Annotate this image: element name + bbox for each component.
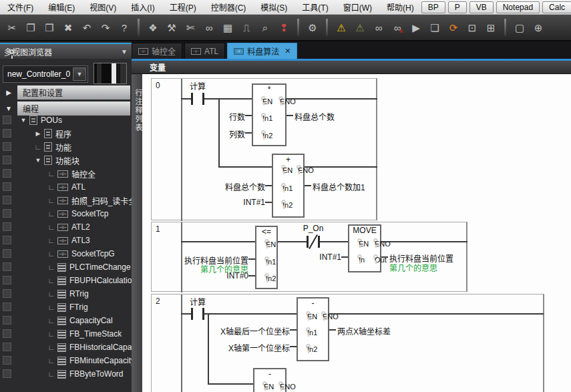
operand-in2[interactable]: 列数 xyxy=(188,128,245,140)
offline-monitor-button[interactable]: ⊞ xyxy=(482,18,500,37)
tree-item-功能[interactable]: ∟功能 xyxy=(0,140,132,154)
sub-block[interactable]: - EN ENO In1 In2 xyxy=(297,297,329,361)
tree-item-FBUPHCalculation[interactable]: ∟FBUPHCalculation xyxy=(0,274,132,287)
wire xyxy=(305,166,377,168)
monitor-watch-button[interactable]: ∞ xyxy=(200,18,218,37)
cmp-block[interactable]: <= EN In1 In2 xyxy=(255,226,278,289)
operand-in2[interactable]: INT#1 xyxy=(188,198,265,207)
watch-table-button[interactable]: ▦ xyxy=(218,18,237,37)
sync-button[interactable]: ⟳ xyxy=(444,18,463,37)
operand-in2[interactable]: INT#0 xyxy=(168,271,248,280)
chevron-down-icon[interactable]: ▼ xyxy=(33,157,43,164)
menu-item-8[interactable]: 窗口(W) xyxy=(336,1,379,13)
error-list-button[interactable]: ❢ xyxy=(274,18,293,37)
tree-item-SocketTcpG[interactable]: ∟⊣⊢SocketTcpG xyxy=(0,247,132,260)
tree-item-POUs[interactable]: ▼POUs xyxy=(0,114,132,127)
controller-dropdown-arrow-icon[interactable]: ▼ xyxy=(73,67,86,81)
rebuild-button[interactable]: ✄ xyxy=(181,18,200,37)
redo-button[interactable]: ↷ xyxy=(96,18,115,37)
tree-item-FB_TimeStack[interactable]: ∟FB_TimeStack xyxy=(0,327,132,341)
tree-item-程序[interactable]: ▶程序 xyxy=(0,127,132,140)
online-monitor-button[interactable]: ⊡ xyxy=(463,18,482,37)
tree-item-CapacityCal[interactable]: ∟CapacityCal xyxy=(0,314,132,327)
menu-item-9[interactable]: 帮助(H) xyxy=(379,1,421,13)
chevron-right-icon[interactable]: ▶ xyxy=(0,89,17,96)
quick-button-vb[interactable]: VB xyxy=(469,1,494,13)
chevron-down-icon[interactable]: ▼ xyxy=(0,105,17,112)
menu-item-2[interactable]: 视图(V) xyxy=(82,1,124,13)
operand-in1[interactable]: 料盘总个数 xyxy=(188,181,265,192)
help-button[interactable]: ? xyxy=(115,18,134,37)
search-button[interactable]: ⌕ xyxy=(256,18,274,37)
move-block[interactable]: MOVE EN ENO In Out xyxy=(348,224,381,272)
cut-button[interactable]: ✂ xyxy=(3,18,21,37)
menu-item-5[interactable]: 控制器(C) xyxy=(204,1,254,13)
paste-button[interactable]: ❒ xyxy=(40,18,59,37)
tree-item-PLCTimeChange[interactable]: ∟PLCTimeChange xyxy=(0,260,132,274)
tab-ATL[interactable]: ⊣⊢ATL xyxy=(184,43,225,59)
zoom-in-button[interactable]: ⊕ xyxy=(529,18,548,37)
sub2-block[interactable]: - EN ENO xyxy=(253,368,287,392)
operand-in2[interactable]: X轴第一个位坐标 xyxy=(193,342,290,353)
tree-item-FBMinuteCapacity[interactable]: ∟FBMinuteCapacity xyxy=(0,354,132,367)
quick-button-notepad[interactable]: Notepad xyxy=(496,1,540,13)
undo-button[interactable]: ↶ xyxy=(77,18,96,37)
controller-select[interactable]: new_Controller_0 ▼ xyxy=(3,65,88,83)
menu-item-3[interactable]: 插入(I) xyxy=(124,1,162,13)
tree-item-ATL[interactable]: ∟⊣⊢ATL xyxy=(0,180,132,194)
tree-item-ATL2[interactable]: ∟⊣⊢ATL2 xyxy=(0,220,132,234)
row-comment-strip[interactable]: 行注释列表 xyxy=(132,74,142,392)
ladder-canvas[interactable]: 0 计算 * EN ENO In1 In2 行数 列数 料盘总个数 xyxy=(142,74,571,392)
pin-icon[interactable] xyxy=(9,49,14,54)
step-button[interactable]: ❏ xyxy=(425,18,444,37)
io-map-button[interactable]: ⎍ xyxy=(237,18,256,37)
quick-button-calc[interactable]: Calc xyxy=(542,1,571,13)
tree-item-拍照_扫码_读卡全[interactable]: ∟⊣⊢拍照_扫码_读卡全 xyxy=(0,194,132,207)
chevron-down-icon[interactable]: ▼ xyxy=(19,117,28,124)
tree-item-轴控全[interactable]: ∟⊣⊢轴控全 xyxy=(0,167,132,180)
variable-manager-button[interactable]: ⚙ xyxy=(303,18,322,37)
close-icon[interactable]: ✕ xyxy=(284,47,291,55)
tree-item-FBHistoricalCapacity[interactable]: ∟FBHistoricalCapacity xyxy=(0,341,132,354)
quick-button-p[interactable]: P xyxy=(448,1,467,13)
tab-轴控全[interactable]: ⊣⊢轴控全 xyxy=(132,43,182,59)
tree-item-FBByteToWord[interactable]: ∟FBByteToWord xyxy=(0,367,132,381)
copy-button[interactable]: ❐ xyxy=(21,18,40,37)
project-window-button[interactable]: ❖ xyxy=(144,18,162,37)
tree-item-FTrig[interactable]: ∟FTrig xyxy=(0,301,132,314)
warning-button[interactable]: ⚠ xyxy=(332,18,351,37)
section-configuration[interactable]: ▶ 配置和设置 xyxy=(0,85,132,100)
build-button[interactable]: ⚒ xyxy=(162,18,181,37)
no-contact[interactable] xyxy=(191,308,204,320)
chevron-down-icon[interactable]: ▼ xyxy=(121,48,128,55)
operand-in[interactable]: INT#1 xyxy=(288,252,341,262)
nc-contact[interactable] xyxy=(307,236,320,248)
monitor-glasses-button[interactable]: ∞ xyxy=(369,18,388,37)
tree-item-ATL3[interactable]: ∟⊣⊢ATL3 xyxy=(0,234,132,247)
run-button[interactable]: ▶ xyxy=(407,18,425,37)
chevron-right-icon[interactable]: ▶ xyxy=(33,130,43,137)
add-block[interactable]: + EN ENO In1 In2 xyxy=(272,154,305,218)
operand-in1[interactable]: 行数 xyxy=(188,111,245,122)
operand-out[interactable]: 料盘总个数 xyxy=(295,111,335,122)
variables-bar[interactable]: 变量 xyxy=(132,61,571,74)
tab-料盘算法[interactable]: ⊣⊢料盘算法✕ xyxy=(227,43,297,59)
operand-out[interactable]: 两点X轴坐标差 xyxy=(337,325,391,337)
fit-view-button[interactable]: ▢ xyxy=(510,18,529,37)
quick-button-bp[interactable]: BP xyxy=(421,1,445,13)
mul-block[interactable]: * EN ENO In1 In2 xyxy=(252,83,287,146)
menu-item-6[interactable]: 模拟(S) xyxy=(253,1,295,13)
menu-item-0[interactable]: 文件(F) xyxy=(0,1,41,13)
menu-item-1[interactable]: 编辑(E) xyxy=(41,1,82,13)
menu-item-7[interactable]: 工具(T) xyxy=(295,1,335,13)
warning-filter-button[interactable]: ⚠ xyxy=(351,18,369,37)
no-contact[interactable] xyxy=(191,93,204,105)
tree-item-SocketTcp[interactable]: ∟⊣⊢SocketTcp xyxy=(0,207,132,220)
operand-in1[interactable]: X轴最后一个位坐标 xyxy=(193,325,290,337)
delete-button[interactable]: ✖ xyxy=(59,18,77,37)
menu-item-4[interactable]: 工程(P) xyxy=(162,1,204,13)
tree-item-RTrig[interactable]: ∟RTrig xyxy=(0,287,132,301)
operand-out[interactable]: 料盘总个数加1 xyxy=(313,181,365,192)
tree-item-功能块[interactable]: ▼功能块 xyxy=(0,154,132,167)
monitor-stop-button[interactable]: ∞ xyxy=(388,18,407,37)
